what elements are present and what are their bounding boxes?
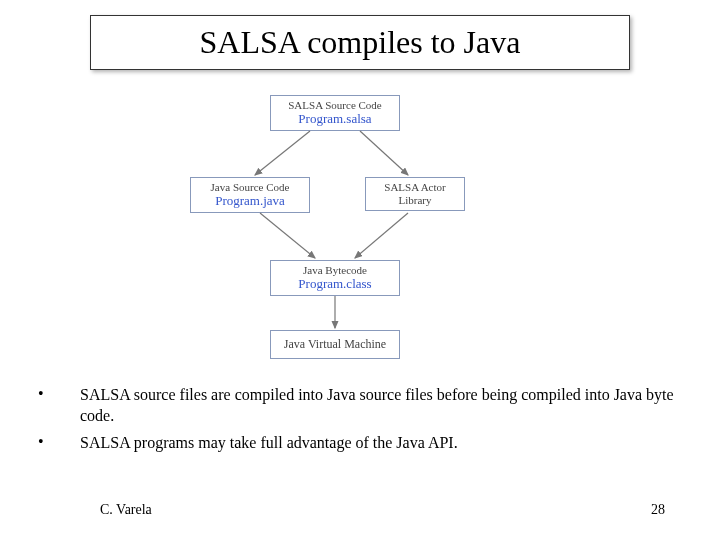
svg-line-1 [360, 131, 408, 175]
node-salsa-source-label: SALSA Source Code [277, 99, 393, 111]
node-actor-library: SALSA Actor Library [365, 177, 465, 211]
bullet-text: SALSA source files are compiled into Jav… [80, 385, 690, 427]
footer-page-number: 28 [651, 502, 665, 518]
node-salsa-source-file: Program.salsa [277, 111, 393, 127]
node-bytecode-label: Java Bytecode [277, 264, 393, 276]
node-bytecode: Java Bytecode Program.class [270, 260, 400, 296]
bullet-item: • SALSA source files are compiled into J… [30, 385, 690, 427]
node-java-source-label: Java Source Code [197, 181, 303, 193]
diagram-arrows [140, 95, 580, 365]
node-salsa-source: SALSA Source Code Program.salsa [270, 95, 400, 131]
node-java-source: Java Source Code Program.java [190, 177, 310, 213]
bullet-text: SALSA programs may take full advantage o… [80, 433, 690, 454]
svg-line-3 [355, 213, 408, 258]
slide-title: SALSA compiles to Java [200, 24, 521, 61]
node-jvm-label: Java Virtual Machine [277, 337, 393, 352]
svg-line-0 [255, 131, 310, 175]
svg-line-2 [260, 213, 315, 258]
slide-title-box: SALSA compiles to Java [90, 15, 630, 70]
bullet-list: • SALSA source files are compiled into J… [30, 385, 690, 459]
bullet-item: • SALSA programs may take full advantage… [30, 433, 690, 454]
node-actor-library-label: SALSA Actor Library [372, 181, 458, 207]
node-bytecode-file: Program.class [277, 276, 393, 292]
compile-diagram: SALSA Source Code Program.salsa Java Sou… [140, 95, 580, 365]
node-java-source-file: Program.java [197, 193, 303, 209]
footer-author: C. Varela [100, 502, 152, 518]
node-jvm: Java Virtual Machine [270, 330, 400, 359]
bullet-icon: • [30, 433, 80, 454]
bullet-icon: • [30, 385, 80, 427]
